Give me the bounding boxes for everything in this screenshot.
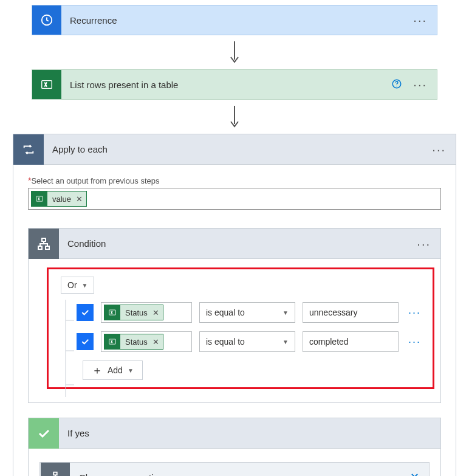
- if-yes-branch: If yes Choose an operation: [28, 418, 441, 476]
- value-text: completed: [309, 337, 349, 347]
- select-output-input[interactable]: value ✕: [28, 188, 441, 210]
- check-icon: [29, 418, 59, 449]
- chevron-down-icon: ▼: [282, 339, 289, 345]
- close-icon[interactable]: ✕: [410, 471, 429, 476]
- status-chip[interactable]: Status ✕: [104, 305, 163, 320]
- value-input[interactable]: unnecessary: [303, 302, 399, 323]
- logic-operator-dropdown[interactable]: Or ▼: [61, 277, 94, 294]
- svg-rect-5: [42, 238, 46, 241]
- value-text: unnecessary: [309, 308, 357, 317]
- apply-to-each-header[interactable]: Apply to each ···: [13, 134, 456, 165]
- svg-rect-4: [36, 196, 43, 201]
- recurrence-title: Recurrence: [61, 15, 413, 26]
- arrow-down-icon: [0, 105, 469, 129]
- chip-label: Status: [120, 308, 152, 317]
- choose-operation-title: Choose an operation: [70, 472, 410, 477]
- row-more-icon[interactable]: ···: [406, 306, 421, 319]
- operation-icon: [41, 463, 70, 476]
- arrow-down-icon: [0, 40, 469, 64]
- apply-more-icon[interactable]: ···: [432, 143, 446, 156]
- chevron-down-icon: ▼: [128, 367, 134, 374]
- logic-operator-label: Or: [67, 280, 77, 290]
- condition-row: Status ✕ is equal to ▼ unnecessary: [77, 302, 425, 323]
- status-chip[interactable]: Status ✕: [104, 334, 163, 350]
- row-checkbox[interactable]: [77, 333, 94, 350]
- chip-remove-icon[interactable]: ✕: [152, 337, 163, 347]
- field-input[interactable]: Status ✕: [101, 331, 192, 352]
- svg-rect-6: [38, 246, 42, 249]
- svg-rect-10: [53, 472, 57, 475]
- help-icon[interactable]: [391, 78, 402, 91]
- chevron-down-icon: ▼: [282, 309, 289, 316]
- chevron-down-icon: ▼: [82, 282, 88, 289]
- clock-icon: [32, 5, 61, 35]
- value-input[interactable]: completed: [303, 331, 399, 352]
- svg-rect-9: [109, 339, 116, 344]
- condition-header[interactable]: Condition ···: [29, 229, 440, 259]
- field-input[interactable]: Status ✕: [101, 302, 192, 323]
- condition-card: Condition ··· Or ▼: [28, 228, 441, 403]
- if-yes-title: If yes: [59, 428, 440, 438]
- condition-row: Status ✕ is equal to ▼ completed: [77, 331, 425, 352]
- excel-icon: [32, 70, 61, 99]
- excel-list-rows-card[interactable]: List rows present in a table ···: [32, 69, 437, 100]
- apply-title: Apply to each: [44, 144, 432, 154]
- recurrence-more-icon[interactable]: ···: [413, 14, 427, 26]
- choose-operation-card[interactable]: Choose an operation ✕: [39, 462, 430, 476]
- apply-to-each-container: Apply to each ··· *Select an output from…: [13, 134, 456, 476]
- svg-rect-7: [46, 246, 49, 249]
- operator-dropdown[interactable]: is equal to ▼: [199, 331, 295, 352]
- excel-more-icon[interactable]: ···: [413, 78, 427, 91]
- excel-icon: [104, 334, 120, 349]
- excel-title: List rows present in a table: [61, 80, 391, 90]
- select-output-label: *Select an output from previous steps: [28, 176, 441, 185]
- value-chip[interactable]: value ✕: [31, 191, 87, 207]
- recurrence-card[interactable]: Recurrence ···: [32, 5, 437, 35]
- plus-icon: ＋: [92, 365, 103, 376]
- add-condition-button[interactable]: ＋ Add ▼: [83, 360, 143, 380]
- operator-label: is equal to: [206, 337, 245, 347]
- if-yes-header[interactable]: If yes: [29, 418, 440, 449]
- condition-more-icon[interactable]: ···: [417, 237, 431, 250]
- svg-rect-8: [109, 310, 116, 315]
- add-label: Add: [108, 365, 123, 375]
- chip-label: Status: [120, 337, 152, 347]
- condition-rules-highlight: Or ▼: [47, 267, 434, 389]
- operator-dropdown[interactable]: is equal to ▼: [199, 302, 295, 323]
- svg-point-3: [397, 86, 397, 86]
- svg-rect-1: [42, 81, 52, 89]
- chip-remove-icon[interactable]: ✕: [152, 308, 163, 317]
- chip-label: value: [47, 195, 76, 204]
- condition-icon: [29, 229, 59, 259]
- row-checkbox[interactable]: [77, 304, 94, 321]
- condition-title: Condition: [59, 238, 417, 249]
- row-more-icon[interactable]: ···: [406, 336, 421, 348]
- loop-icon: [13, 134, 44, 165]
- excel-icon: [32, 191, 47, 206]
- chip-remove-icon[interactable]: ✕: [76, 195, 86, 204]
- excel-icon: [104, 305, 120, 320]
- operator-label: is equal to: [206, 308, 245, 317]
